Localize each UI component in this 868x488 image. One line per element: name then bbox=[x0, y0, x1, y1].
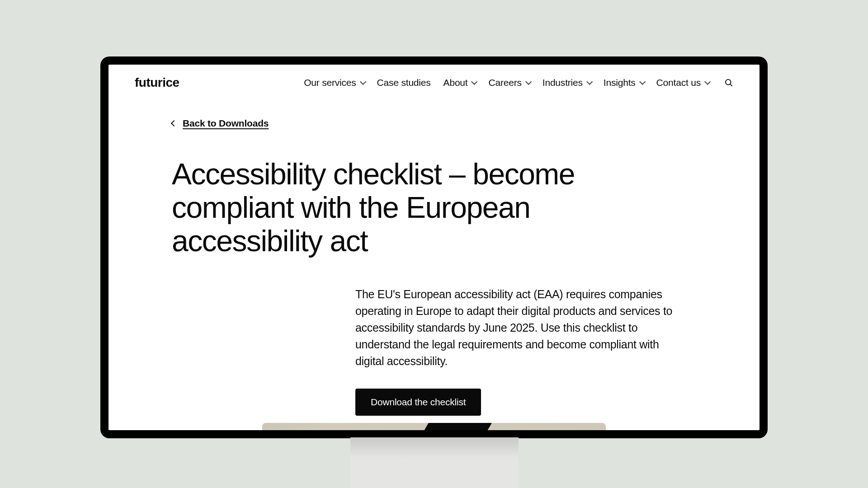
nav-industries[interactable]: Industries bbox=[542, 77, 591, 88]
nav-label: Our services bbox=[304, 77, 356, 88]
chevron-down-icon bbox=[586, 79, 593, 85]
chevron-down-icon bbox=[639, 79, 646, 85]
content-area: Back to Downloads Accessibility checklis… bbox=[108, 101, 760, 416]
back-to-downloads-link[interactable]: Back to Downloads bbox=[172, 118, 269, 129]
nav-label: Contact us bbox=[656, 77, 701, 88]
page-title: Accessibility checklist – become complia… bbox=[172, 158, 579, 258]
search-button[interactable] bbox=[724, 78, 733, 87]
nav-label: Careers bbox=[488, 77, 521, 88]
nav-case-studies[interactable]: Case studies bbox=[377, 77, 431, 88]
svg-line-1 bbox=[730, 84, 732, 86]
chevron-down-icon bbox=[360, 79, 366, 85]
nav-careers[interactable]: Careers bbox=[488, 77, 529, 88]
nav-label: Insights bbox=[604, 77, 636, 88]
nav-insights[interactable]: Insights bbox=[604, 77, 644, 88]
nav-about[interactable]: About bbox=[443, 77, 476, 88]
chevron-down-icon bbox=[704, 79, 711, 85]
monitor-frame: futurice Our services Case studies About… bbox=[100, 56, 768, 438]
nav-our-services[interactable]: Our services bbox=[304, 77, 364, 88]
brand-logo[interactable]: futurice bbox=[135, 75, 179, 90]
monitor-screen: futurice Our services Case studies About… bbox=[108, 65, 760, 430]
back-link-label: Back to Downloads bbox=[183, 118, 269, 129]
nav-label: Industries bbox=[542, 77, 583, 88]
nav-contact-us[interactable]: Contact us bbox=[656, 77, 709, 88]
nav-label: Case studies bbox=[377, 77, 431, 88]
chevron-down-icon bbox=[472, 79, 478, 85]
hero-image-peek bbox=[262, 423, 606, 430]
search-icon bbox=[724, 78, 733, 87]
body-copy: The EU's European accessibility act (EAA… bbox=[355, 286, 690, 370]
monitor-stand bbox=[350, 437, 519, 488]
svg-point-0 bbox=[726, 80, 731, 85]
download-checklist-button[interactable]: Download the checklist bbox=[355, 389, 481, 416]
chevron-down-icon bbox=[525, 79, 532, 85]
navbar: futurice Our services Case studies About… bbox=[108, 65, 760, 101]
nav-label: About bbox=[443, 77, 468, 88]
chevron-left-icon bbox=[171, 120, 177, 127]
nav-items: Our services Case studies About Careers … bbox=[304, 77, 733, 88]
